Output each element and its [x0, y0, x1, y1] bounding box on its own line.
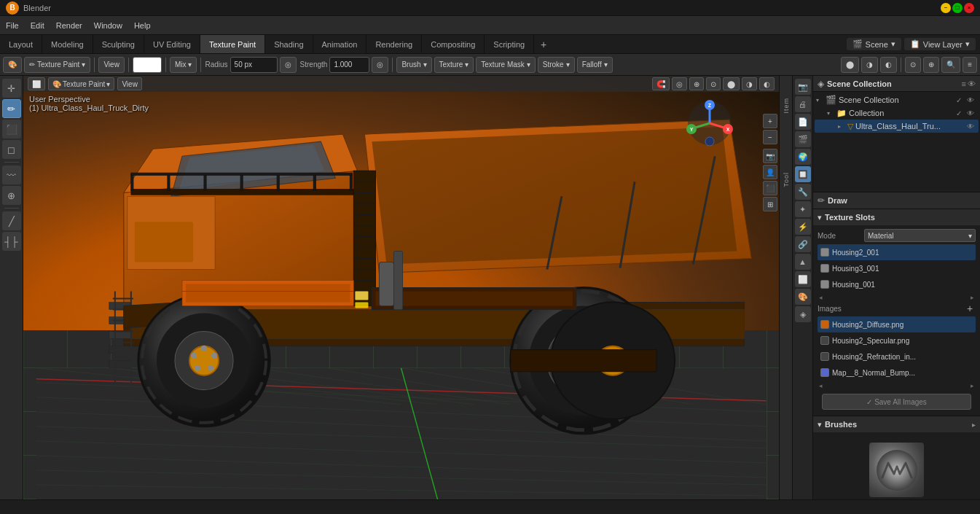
texture-paint-mode-button[interactable]: ✏ Texture Paint ▾ — [24, 57, 90, 73]
viewport-editor-type[interactable]: ⬜ — [28, 77, 45, 90]
vp-snap-button[interactable]: 🧲 — [652, 77, 670, 90]
tool-label[interactable]: Tool — [783, 172, 790, 187]
minimize-button[interactable]: − — [941, 3, 951, 13]
scene-collection-check-icon[interactable]: ✓ — [956, 96, 966, 104]
data-props-icon[interactable]: ▲ — [795, 254, 811, 270]
tab-shading[interactable]: Shading — [265, 35, 313, 53]
brushes-expand-right[interactable]: ▸ — [972, 421, 976, 429]
tab-compositing[interactable]: Compositing — [422, 35, 485, 53]
stroke-button[interactable]: Stroke ▾ — [538, 57, 575, 73]
viewport-gizmo[interactable]: Z X Y — [684, 98, 735, 149]
tab-rendering[interactable]: Rendering — [366, 35, 422, 53]
scene-props-icon[interactable]: 🎬 — [795, 131, 811, 147]
viewport-mode-button[interactable]: 🎨 Texture Paint ▾ — [48, 77, 114, 90]
add-image-button[interactable]: + — [964, 303, 976, 314]
falloff-button[interactable]: Falloff ▾ — [577, 57, 613, 73]
color-swatch[interactable] — [133, 57, 162, 73]
fill-tool-button[interactable]: ⬛ — [2, 120, 21, 139]
tab-texture-paint[interactable]: Texture Paint — [200, 35, 265, 53]
image-map8-normal[interactable]: Map__8_Normal_Bump... — [818, 365, 976, 381]
brush-tool-button[interactable]: ✏ — [2, 99, 21, 118]
scene-selector[interactable]: 🎬 Scene ▾ — [847, 38, 901, 50]
slot-scroll-right[interactable]: ▸ — [971, 294, 974, 301]
slot-housing-001[interactable]: Housing_001 — [818, 276, 976, 292]
editor-type-button[interactable]: 🎨 — [3, 57, 22, 73]
save-all-images-button[interactable]: ✓ Save All Images — [822, 394, 971, 410]
scene-collection-item[interactable]: ▾ 🎬 Scene Collection ✓ 👁 — [815, 93, 979, 106]
menu-render[interactable]: Render — [50, 19, 88, 32]
output-props-icon[interactable]: 🖨 — [795, 96, 811, 112]
erase-tool-button[interactable]: ◻ — [2, 140, 21, 159]
world-props-icon[interactable]: 🌍 — [795, 149, 811, 165]
texture-props-icon[interactable]: 🎨 — [795, 289, 811, 305]
vp-overlay-toggle[interactable]: ⊙ — [706, 77, 721, 90]
item-label[interactable]: Item — [783, 98, 790, 114]
slot-housing2-001[interactable]: Housing2_001 — [818, 244, 976, 260]
vp-grid[interactable]: ⊞ — [763, 197, 777, 211]
filter-button[interactable]: ≡ — [963, 57, 977, 73]
vp-gizmo-toggle[interactable]: ⊕ — [689, 77, 704, 90]
clone-tool-button[interactable]: ⊕ — [2, 186, 21, 205]
view-layer-props-icon[interactable]: 📄 — [795, 114, 811, 130]
modifier-props-icon[interactable]: 🔧 — [795, 184, 811, 200]
collection-eye-icon[interactable]: 👁 — [967, 109, 977, 117]
img-scroll-left[interactable]: ◂ — [819, 382, 823, 389]
viewport-shading-rendered[interactable]: ◐ — [880, 57, 897, 73]
cursor-tool-button[interactable]: ✛ — [2, 79, 21, 98]
annotate-tool-button[interactable]: ╱ — [2, 211, 21, 230]
radius-input[interactable] — [230, 57, 278, 73]
vp-proportional-button[interactable]: ◎ — [672, 77, 687, 90]
texture-button[interactable]: Texture ▾ — [434, 57, 474, 73]
search-button[interactable]: 🔍 — [941, 57, 960, 73]
view-layer-selector[interactable]: 📋 View Layer ▾ — [904, 38, 976, 50]
menu-help[interactable]: Help — [128, 19, 157, 32]
view-button[interactable]: View — [98, 57, 125, 73]
material-props-icon[interactable]: ⬜ — [795, 271, 811, 287]
slot-housing3-001[interactable]: Housing3_001 — [818, 260, 976, 276]
viewport-view-button[interactable]: View — [117, 77, 142, 90]
outliner-visible-icon[interactable]: 👁 — [968, 79, 976, 88]
object-item[interactable]: ▸ ▽ Ultra_Class_Haul_Tru... 👁 — [815, 120, 979, 133]
tab-animation[interactable]: Animation — [313, 35, 367, 53]
constraints-props-icon[interactable]: 🔗 — [795, 236, 811, 252]
tab-sculpting[interactable]: Sculpting — [93, 35, 144, 53]
vp-shading-rendered[interactable]: ◐ — [759, 77, 775, 90]
smear-tool-button[interactable]: 〰 — [2, 166, 21, 184]
vp-zoom-out[interactable]: − — [763, 130, 777, 144]
outliner-filter-icon[interactable]: ≡ — [962, 79, 966, 88]
maximize-button[interactable]: □ — [952, 3, 963, 13]
vp-render-type[interactable]: ⬛ — [763, 181, 777, 195]
strength-input[interactable] — [329, 57, 369, 73]
vp-camera[interactable]: 📷 — [763, 149, 777, 163]
tab-scripting[interactable]: Scripting — [485, 35, 534, 53]
radius-picker-button[interactable]: ◎ — [280, 57, 297, 73]
particles-props-icon[interactable]: ✦ — [795, 201, 811, 217]
add-workspace-button[interactable]: + — [534, 35, 553, 53]
collection-check-icon[interactable]: ✓ — [956, 109, 966, 117]
blend-mode-button[interactable]: Mix ▾ — [170, 57, 197, 73]
tab-uv-editing[interactable]: UV Editing — [144, 35, 200, 53]
image-housing2-refraction[interactable]: Housing2_Refraction_in... — [818, 348, 976, 365]
strength-picker-button[interactable]: ◎ — [372, 57, 388, 73]
vp-person[interactable]: 👤 — [763, 165, 777, 179]
render-props-icon[interactable]: 📷 — [795, 79, 811, 95]
slot-scroll-left[interactable]: ◂ — [819, 294, 823, 301]
menu-file[interactable]: File — [0, 19, 25, 32]
image-housing2-specular[interactable]: Housing2_Specular.png — [818, 332, 976, 348]
vp-shading-mat[interactable]: ◑ — [742, 77, 757, 90]
collection-item[interactable]: ▾ 📁 Collection ✓ 👁 — [815, 106, 979, 120]
shader-props-icon[interactable]: ◈ — [795, 306, 811, 322]
gizmo-button[interactable]: ⊕ — [923, 57, 939, 73]
image-housing2-diffuse[interactable]: Housing2_Diffuse.png — [818, 316, 976, 332]
menu-window[interactable]: Window — [88, 19, 128, 32]
object-props-icon[interactable]: 🔲 — [795, 166, 811, 182]
draw-section-header[interactable]: ✏ Draw — [813, 192, 980, 209]
tab-layout[interactable]: Layout — [0, 35, 42, 53]
object-eye-icon[interactable]: 👁 — [967, 122, 977, 131]
scene-collection-eye-icon[interactable]: 👁 — [967, 96, 977, 104]
tab-modeling[interactable]: Modeling — [42, 35, 93, 53]
texture-slots-header[interactable]: ▾ Texture Slots — [813, 209, 980, 225]
viewport-overlay-button[interactable]: ⊙ — [905, 57, 921, 73]
vp-shading-solid[interactable]: ⬤ — [723, 77, 740, 90]
mode-select[interactable]: Material ▾ — [864, 229, 976, 242]
